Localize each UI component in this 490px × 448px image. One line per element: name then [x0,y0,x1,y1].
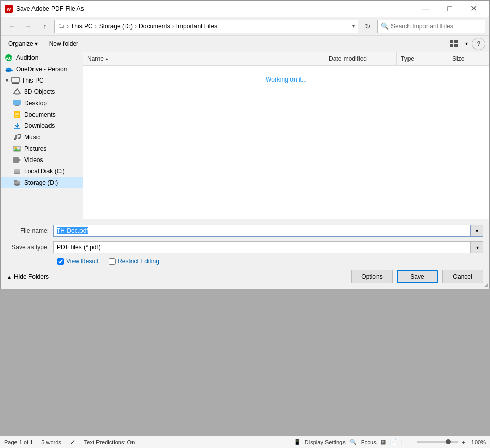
sidebar-item-audition[interactable]: Au Audition [1,52,83,63]
svg-text:Au: Au [6,56,12,61]
savetype-input-wrapper: PDF files (*.pdf) ▾ [53,241,483,253]
desktop-icon [13,99,21,107]
window-controls: — □ ✕ [414,1,485,17]
back-button[interactable]: ← [5,20,19,33]
save-button[interactable]: Save [397,270,438,283]
sidebar-item-downloads[interactable]: Downloads [1,120,83,132]
breadcrumb-pc[interactable]: This PC [71,23,93,30]
restrict-editing-checkbox-item: Restrict Editing [109,258,159,265]
savetype-select[interactable]: PDF files (*.pdf) [53,241,471,253]
svg-rect-36 [14,180,17,182]
view-toggle-button[interactable] [447,38,461,50]
sidebar-item-documents[interactable]: Documents [1,109,83,120]
working-text: Working on it... [266,76,307,83]
svg-rect-4 [450,44,453,47]
bottom-form: File name: ▾ Save as type: PDF files (*.… [1,219,489,289]
breadcrumb-documents[interactable]: Documents [139,23,170,30]
storaged-icon [13,179,21,187]
view-dropdown-button[interactable]: ▾ [463,38,470,50]
svg-point-32 [14,169,20,172]
music-icon [13,133,21,141]
svg-marker-29 [19,159,21,161]
localc-icon [13,167,21,175]
organize-button[interactable]: Organize ▾ [5,38,41,50]
filename-input[interactable] [53,225,471,237]
filename-input-wrapper: ▾ [53,225,483,237]
close-button[interactable]: ✕ [462,1,485,17]
sidebar-item-music[interactable]: Music [1,132,83,143]
column-size[interactable]: Size [448,52,489,65]
word-count: 5 words [41,439,61,445]
breadcrumb-storage[interactable]: Storage (D:) [99,23,133,30]
minimize-button[interactable]: — [414,1,438,17]
sidebar-label-music: Music [24,134,40,141]
zoom-level[interactable]: 100% [469,439,486,445]
hide-folders-button[interactable]: ▲ Hide Folders [7,273,49,280]
svg-rect-16 [13,100,21,105]
organize-dropdown-icon: ▾ [35,40,38,47]
column-date[interactable]: Date modified [324,52,397,65]
search-box: 🔍 [377,20,485,33]
zoom-slider[interactable] [417,441,458,443]
dialog-title: Save Adobe PDF File As [16,5,84,12]
column-type[interactable]: Type [397,52,448,65]
documents-icon [13,110,21,119]
sidebar-item-desktop[interactable]: Desktop [1,98,83,109]
svg-point-26 [14,147,17,149]
restrict-editing-label[interactable]: Restrict Editing [118,258,159,265]
new-folder-button[interactable]: New folder [45,38,82,50]
sort-icon: ▴ [106,56,108,61]
organize-toolbar: Organize ▾ New folder ▾ ? [1,36,489,52]
address-bar[interactable]: 🗂 › This PC › Storage (D:) › Documents ›… [54,20,358,33]
svg-marker-14 [14,89,20,93]
sidebar-label-storaged: Storage (D:) [24,179,58,186]
sidebar-item-onedrive[interactable]: OneDrive - Person [1,63,83,75]
sidebar-label-audition: Audition [16,54,38,61]
savetype-row: Save as type: PDF files (*.pdf) ▾ [7,241,483,253]
view-result-checkbox-item: View Result [57,258,99,265]
resize-handle[interactable]: ◢ [484,282,488,287]
column-name[interactable]: Name ▴ [83,52,324,65]
sidebar-item-videos[interactable]: Videos [1,154,83,166]
svg-point-24 [18,137,20,139]
sidebar-item-storaged[interactable]: Storage (D:) [1,177,83,188]
sidebar-item-localc[interactable]: Local Disk (C:) [1,166,83,177]
sidebar-label-pc: This PC [22,77,44,84]
background-app [0,289,490,436]
forward-button[interactable]: → [21,20,36,33]
svg-rect-5 [454,44,458,47]
focus[interactable]: Focus [361,439,377,445]
restrict-editing-checkbox[interactable] [109,258,116,265]
svg-rect-3 [454,40,458,43]
zoom-out-button[interactable]: — [407,439,413,445]
view-result-label[interactable]: View Result [66,258,99,265]
display-settings[interactable]: Display Settings [305,439,346,445]
address-dropdown-icon[interactable]: ▾ [352,23,355,29]
filename-dropdown[interactable]: ▾ [471,225,483,237]
sidebar-item-thispc[interactable]: ▼ This PC [1,75,83,86]
svg-rect-28 [13,157,19,163]
text-predictions: Text Predictions: On [84,439,135,445]
page-indicator: Page 1 of 1 [4,439,33,445]
audition-icon: Au [5,54,13,62]
breadcrumb-important[interactable]: Important Files [176,23,217,30]
filename-row: File name: ▾ [7,225,483,237]
view-result-checkbox[interactable] [57,258,64,265]
up-button[interactable]: ↑ [38,20,52,33]
sidebar-item-3dobjects[interactable]: 3D Objects [1,86,83,98]
file-area: Name ▴ Date modified Type Size Working o… [83,52,489,219]
status-bar: Page 1 of 1 5 words ✓ Text Predictions: … [0,436,490,448]
sidebar-item-pictures[interactable]: Pictures [1,143,83,154]
maximize-button[interactable]: □ [438,1,462,17]
filename-label: File name: [7,227,53,234]
cancel-button[interactable]: Cancel [442,270,483,283]
options-button[interactable]: Options [351,270,393,283]
help-button[interactable]: ? [472,38,485,50]
savetype-dropdown[interactable]: ▾ [471,241,483,253]
zoom-in-button[interactable]: + [462,439,465,445]
sidebar-label-3dobjects: 3D Objects [24,88,55,95]
pages-icon: 📄 [390,439,397,445]
svg-point-10 [6,68,11,70]
refresh-button[interactable]: ↻ [361,20,375,33]
search-input[interactable] [391,23,482,30]
